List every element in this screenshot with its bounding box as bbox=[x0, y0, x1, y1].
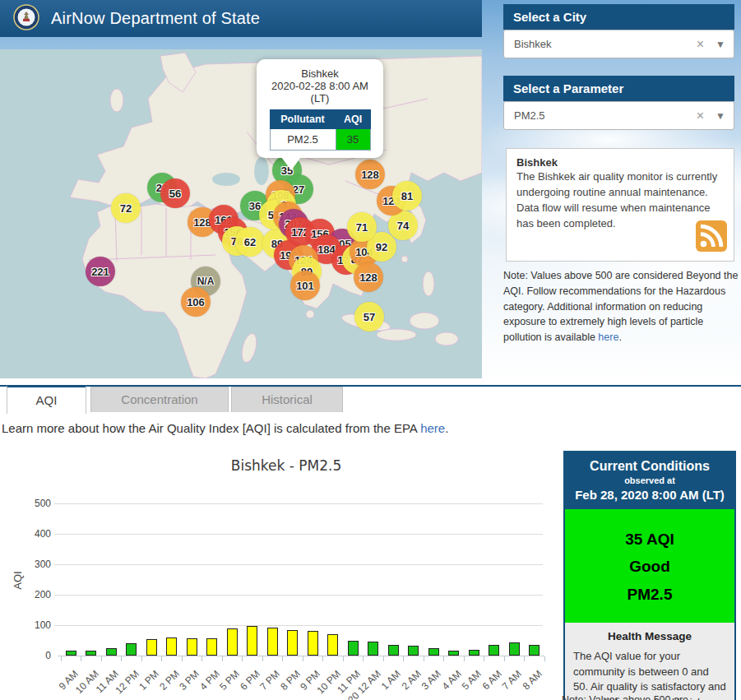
tab-historical[interactable]: Historical bbox=[231, 387, 343, 412]
x-tick bbox=[201, 656, 202, 661]
parameter-select-value: PM2.5 bbox=[514, 109, 697, 122]
bar-11-am[interactable] bbox=[106, 648, 117, 656]
x-tick bbox=[161, 656, 162, 661]
app-header: AirNow Department of State bbox=[0, 0, 482, 37]
bar-7-am[interactable] bbox=[509, 642, 520, 656]
gridline bbox=[54, 534, 543, 535]
bar-2-pm[interactable] bbox=[166, 637, 177, 656]
rss-icon[interactable] bbox=[696, 220, 727, 254]
aqi-marker[interactable]: 101 bbox=[290, 271, 320, 300]
x-tick-label: 3 AM bbox=[419, 668, 443, 692]
aqi-marker[interactable]: 128 bbox=[355, 160, 385, 189]
x-tick bbox=[282, 656, 283, 661]
bar-10-am[interactable] bbox=[86, 651, 96, 656]
sidebar-note-suffix: . bbox=[618, 331, 621, 343]
tab-concentration[interactable]: Concentration bbox=[90, 387, 229, 412]
popup-col-pollutant: Pollutant bbox=[270, 110, 336, 129]
x-tick bbox=[383, 656, 384, 661]
bar-2-am[interactable] bbox=[408, 646, 419, 656]
bar-3-am[interactable] bbox=[428, 648, 439, 656]
bar-7-pm[interactable] bbox=[267, 628, 278, 656]
x-tick-label: 4 PM bbox=[197, 668, 222, 693]
parameter-clear-icon[interactable]: × bbox=[697, 109, 704, 123]
learn-more-link[interactable]: here bbox=[420, 421, 445, 435]
sidebar-note-link[interactable]: here bbox=[598, 331, 618, 343]
aqi-marker[interactable]: 62 bbox=[235, 227, 265, 257]
tab-aqi[interactable]: AQI bbox=[7, 385, 86, 414]
popup-col-aqi: AQI bbox=[336, 110, 370, 129]
sidebar-note: Note: Values above 500 are considered Be… bbox=[503, 268, 740, 345]
popup-pollutant-value: PM2.5 bbox=[270, 129, 336, 151]
x-tick bbox=[121, 656, 122, 661]
aqi-marker[interactable]: 56 bbox=[160, 178, 190, 208]
learn-more-text: Learn more about how the Air Quality Ind… bbox=[2, 421, 448, 435]
learn-more-suffix: . bbox=[445, 421, 448, 435]
x-tick bbox=[61, 656, 62, 661]
bar-11-pm[interactable] bbox=[348, 641, 359, 656]
x-tick-label: 6 AM bbox=[479, 668, 503, 692]
x-tick bbox=[484, 656, 484, 661]
bar-2020-12-am[interactable] bbox=[368, 642, 378, 656]
x-tick bbox=[262, 656, 263, 661]
x-tick bbox=[141, 656, 142, 661]
bar-8-pm[interactable] bbox=[287, 630, 298, 656]
city-clear-icon[interactable]: × bbox=[697, 37, 704, 52]
observed-at-label: observed at bbox=[568, 475, 731, 485]
chart-y-axis-label: AQI bbox=[12, 571, 24, 589]
popup-city: Bishkek bbox=[262, 67, 377, 80]
city-select-value: Bishkek bbox=[514, 38, 697, 50]
bar-3-pm[interactable] bbox=[187, 638, 197, 656]
bar-4-pm[interactable] bbox=[206, 638, 217, 656]
gridline bbox=[54, 503, 543, 504]
popup-aqi-value: 35 bbox=[336, 129, 370, 151]
aqi-marker[interactable]: 72 bbox=[111, 193, 141, 223]
bar-6-pm[interactable] bbox=[247, 626, 257, 656]
y-tick-label: 200 bbox=[18, 589, 51, 600]
health-message-title: Health Message bbox=[573, 630, 726, 642]
aqi-marker[interactable]: 81 bbox=[392, 181, 422, 211]
aqi-bar-chart: Bishkek - PM2.5 AQI 01002003004005009 AM… bbox=[15, 451, 562, 700]
bar-6-am[interactable] bbox=[489, 645, 499, 656]
x-tick-label: 1 PM bbox=[137, 668, 161, 693]
gridline bbox=[54, 625, 543, 626]
bar-5-am[interactable] bbox=[469, 650, 479, 656]
bar-9-am[interactable] bbox=[66, 651, 76, 656]
bar-4-am[interactable] bbox=[448, 651, 459, 656]
app-title: AirNow Department of State bbox=[51, 9, 260, 28]
world-aqi-map[interactable]: 72225636128161156786289221N/A10635271087… bbox=[0, 49, 482, 378]
x-tick bbox=[424, 656, 424, 661]
gridline bbox=[54, 564, 543, 565]
learn-more-body: Learn more about how the Air Quality Ind… bbox=[2, 421, 420, 435]
aqi-marker[interactable]: 106 bbox=[181, 287, 211, 317]
bar-1-pm[interactable] bbox=[146, 639, 157, 656]
bar-10-pm[interactable] bbox=[327, 634, 338, 656]
aqi-marker[interactable]: 57 bbox=[354, 302, 384, 331]
aqi-value-block: 35 AQI Good PM2.5 bbox=[565, 509, 734, 623]
city-caret-down-icon[interactable]: ▼ bbox=[716, 39, 725, 50]
x-tick bbox=[101, 656, 102, 661]
bar-12-pm[interactable] bbox=[126, 643, 137, 656]
dept-of-state-seal-icon bbox=[13, 4, 39, 34]
x-tick-label: 8 AM bbox=[520, 668, 544, 692]
info-box-body: The Bishkek air quality monitor is curre… bbox=[516, 169, 724, 231]
parameter-select[interactable]: PM2.5 × ▼ bbox=[503, 101, 734, 130]
aqi-marker[interactable]: 71 bbox=[347, 212, 377, 242]
aqi-marker[interactable]: 221 bbox=[86, 257, 115, 286]
map-popup: Bishkek 2020-02-28 8:00 AM (LT) Pollutan… bbox=[257, 59, 383, 158]
x-tick-label: 2 AM bbox=[399, 668, 423, 692]
bar-5-pm[interactable] bbox=[227, 628, 238, 656]
x-tick-label: 7 AM bbox=[500, 668, 524, 692]
aqi-value: 35 AQI bbox=[565, 526, 734, 553]
city-select[interactable]: Bishkek × ▼ bbox=[503, 30, 734, 58]
current-conditions-header: Current Conditions observed at Feb 28, 2… bbox=[565, 452, 734, 509]
aqi-category: Good bbox=[565, 553, 734, 580]
current-conditions-title: Current Conditions bbox=[568, 459, 731, 474]
bar-9-pm[interactable] bbox=[308, 631, 318, 656]
aqi-marker[interactable]: 128 bbox=[354, 262, 383, 292]
y-tick-label: 0 bbox=[18, 650, 51, 661]
x-tick bbox=[544, 656, 545, 661]
bar-8-am[interactable] bbox=[529, 645, 540, 656]
parameter-caret-down-icon[interactable]: ▼ bbox=[716, 110, 725, 122]
bar-1-am[interactable] bbox=[388, 645, 399, 656]
x-tick-label: 2 PM bbox=[157, 668, 182, 693]
